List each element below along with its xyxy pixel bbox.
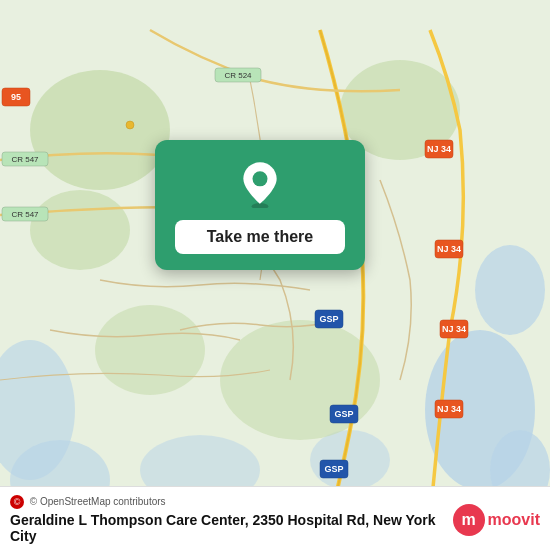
svg-text:NJ 34: NJ 34	[437, 244, 461, 254]
moovit-m-icon: m	[453, 504, 485, 536]
svg-point-35	[126, 121, 134, 129]
svg-point-2	[475, 245, 545, 335]
svg-point-8	[30, 70, 170, 190]
svg-text:GSP: GSP	[324, 464, 343, 474]
svg-text:GSP: GSP	[334, 409, 353, 419]
svg-text:CR 547: CR 547	[11, 155, 39, 164]
take-me-there-button[interactable]: Take me there	[175, 220, 345, 254]
bottom-left: © © OpenStreetMap contributors Geraldine…	[10, 495, 443, 544]
svg-point-37	[253, 171, 268, 186]
take-me-there-card: Take me there	[155, 140, 365, 270]
moovit-label-dark: moo	[488, 511, 522, 528]
svg-text:CR 524: CR 524	[224, 71, 252, 80]
location-pin-icon	[235, 158, 285, 208]
bottom-bar: © © OpenStreetMap contributors Geraldine…	[0, 486, 550, 550]
svg-text:95: 95	[11, 92, 21, 102]
svg-text:CR 547: CR 547	[11, 210, 39, 219]
moovit-text: moovit	[488, 511, 540, 529]
moovit-label-red: v	[521, 511, 530, 528]
svg-text:NJ 34: NJ 34	[427, 144, 451, 154]
svg-text:NJ 34: NJ 34	[437, 404, 461, 414]
location-title: Geraldine L Thompson Care Center, 2350 H…	[10, 512, 443, 544]
osm-credit-text: © OpenStreetMap contributors	[30, 496, 166, 507]
map-container: CR 547 CR 547 CR 524 GSP GSP GSP NJ 34 N…	[0, 0, 550, 550]
moovit-logo: m moovit	[453, 504, 540, 536]
svg-text:NJ 34: NJ 34	[442, 324, 466, 334]
svg-point-12	[95, 305, 205, 395]
map-background: CR 547 CR 547 CR 524 GSP GSP GSP NJ 34 N…	[0, 0, 550, 550]
moovit-label-dark2: it	[530, 511, 540, 528]
osm-credit: © © OpenStreetMap contributors	[10, 495, 443, 509]
svg-point-9	[30, 190, 130, 270]
svg-text:GSP: GSP	[319, 314, 338, 324]
osm-icon: ©	[10, 495, 24, 509]
